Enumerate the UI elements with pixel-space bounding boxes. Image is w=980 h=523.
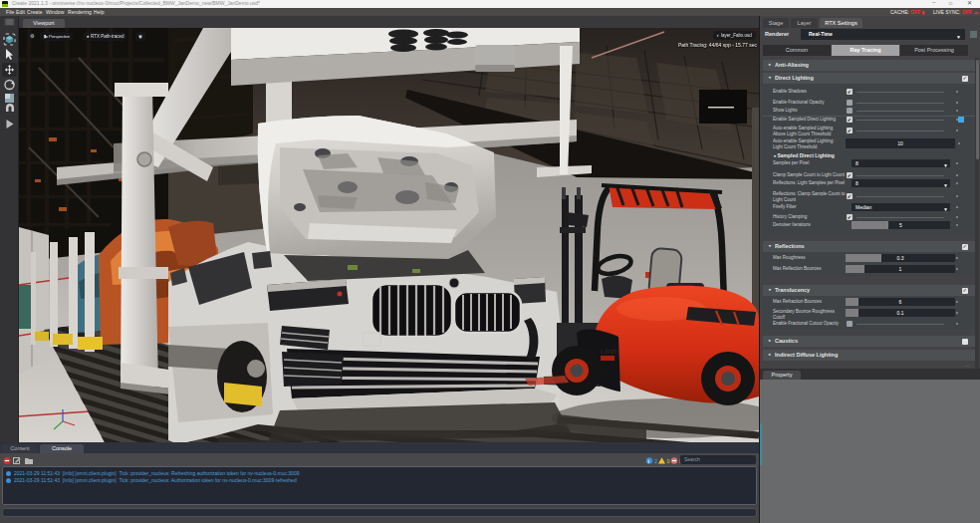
svg-text:0: 0 (667, 458, 670, 464)
svg-text:Linde: Linde (601, 348, 618, 355)
svg-text:2: 2 (654, 458, 657, 464)
